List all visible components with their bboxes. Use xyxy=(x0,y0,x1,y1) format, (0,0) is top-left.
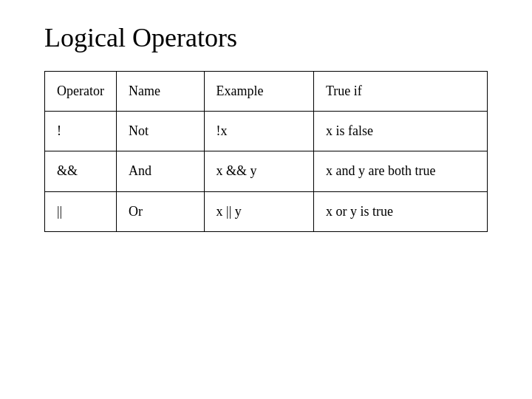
table-row: ! Not !x x is false xyxy=(45,112,488,151)
row2-example: x && y xyxy=(204,151,313,191)
table-header-row: Operator Name Example True if xyxy=(45,72,488,112)
header-example: Example xyxy=(204,72,313,112)
table-row: || Or x || y x or y is true xyxy=(45,191,488,231)
row2-trueif: x and y are both true xyxy=(313,151,487,191)
row1-example: !x xyxy=(204,112,313,151)
row3-example: x || y xyxy=(204,191,313,231)
row1-operator: ! xyxy=(45,112,117,151)
row1-name: Not xyxy=(116,112,204,151)
table-container: Operator Name Example True if ! Not !x x… xyxy=(44,71,488,232)
row2-operator: && xyxy=(45,151,117,191)
header-name: Name xyxy=(116,72,204,112)
row3-operator: || xyxy=(45,191,117,231)
table-row: && And x && y x and y are both true xyxy=(45,151,488,191)
page-title: Logical Operators xyxy=(44,22,237,53)
row2-name: And xyxy=(116,151,204,191)
page-container: Logical Operators Operator Name Example … xyxy=(0,0,532,399)
logical-operators-table: Operator Name Example True if ! Not !x x… xyxy=(44,71,488,232)
header-operator: Operator xyxy=(45,72,117,112)
row3-trueif: x or y is true xyxy=(313,191,487,231)
row1-trueif: x is false xyxy=(313,112,487,151)
row3-name: Or xyxy=(116,191,204,231)
header-trueif: True if xyxy=(313,72,487,112)
